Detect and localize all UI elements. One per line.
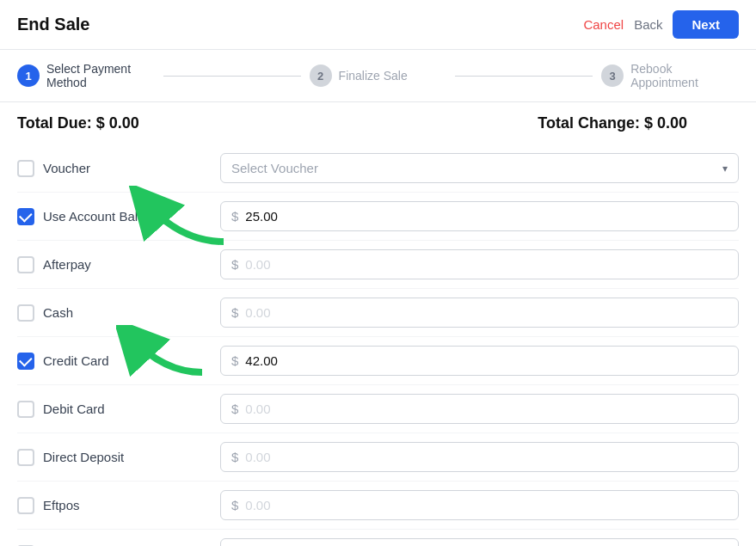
payment-label-credit-card: Credit Card: [17, 353, 206, 370]
next-button[interactable]: Next: [673, 10, 739, 39]
step-2: 2 Finalize Sale: [310, 64, 447, 87]
payment-row-loyalty-points: Loyalty Points $: [17, 530, 739, 546]
amount-input-account-balance[interactable]: [245, 209, 728, 224]
cancel-button[interactable]: Cancel: [583, 17, 624, 32]
amount-wrapper-eftpos: $: [220, 490, 739, 520]
checkbox-eftpos[interactable]: [17, 497, 34, 514]
dollar-icon-account-balance: $: [231, 209, 238, 224]
amount-wrapper-account-balance: $: [220, 201, 739, 231]
header: End Sale Cancel Back Next: [0, 0, 756, 50]
amount-wrapper-credit-card: $: [220, 346, 739, 376]
payment-row-debit-card: Debit Card $: [17, 385, 739, 433]
step-3-circle: 3: [601, 64, 624, 87]
amount-wrapper-debit-card: $: [220, 394, 739, 424]
amount-input-cash[interactable]: [245, 305, 728, 320]
step-3: 3 Rebook Appointment: [601, 62, 739, 89]
payment-list: Voucher Select Voucher ▾ Use Account Bal…: [0, 144, 756, 546]
payment-row-credit-card: Credit Card $: [17, 337, 739, 385]
step-2-circle: 2: [310, 64, 332, 87]
amount-wrapper-direct-deposit: $: [220, 442, 739, 472]
dollar-icon-cash: $: [231, 305, 238, 320]
payment-row-direct-deposit: Direct Deposit $: [17, 433, 739, 482]
payment-label-direct-deposit: Direct Deposit: [17, 449, 206, 466]
chevron-down-icon: ▾: [722, 163, 728, 175]
voucher-dropdown[interactable]: Select Voucher ▾: [220, 153, 739, 183]
amount-wrapper-afterpay: $: [220, 249, 739, 279]
amount-wrapper-cash: $: [220, 298, 739, 328]
step-connector-2: [455, 76, 593, 77]
header-actions: Cancel Back Next: [583, 10, 739, 39]
dollar-icon-direct-deposit: $: [231, 450, 238, 464]
totals-row: Total Due: $ 0.00 Total Change: $ 0.00: [0, 102, 756, 144]
payment-label-afterpay: Afterpay: [17, 256, 206, 273]
payment-row-eftpos: Eftpos $: [17, 482, 739, 530]
amount-input-credit-card[interactable]: [245, 353, 728, 368]
total-due: Total Due: $ 0.00: [17, 114, 139, 132]
back-button[interactable]: Back: [634, 17, 662, 32]
checkbox-account-balance[interactable]: [17, 208, 34, 225]
payment-label-eftpos: Eftpos: [17, 497, 206, 514]
payment-label-voucher: Voucher: [17, 160, 206, 177]
step-1-circle: 1: [17, 64, 40, 87]
page-title: End Sale: [17, 15, 89, 34]
amount-input-eftpos[interactable]: [245, 498, 728, 512]
step-1: 1 Select Payment Method: [17, 62, 155, 89]
step-3-label: Rebook Appointment: [630, 62, 739, 89]
checkbox-debit-card[interactable]: [17, 401, 34, 418]
checkbox-cash[interactable]: [17, 304, 34, 322]
dollar-icon-credit-card: $: [231, 353, 238, 368]
voucher-placeholder: Select Voucher: [231, 161, 318, 175]
payment-label-cash: Cash: [17, 304, 206, 322]
stepper: 1 Select Payment Method 2 Finalize Sale …: [0, 50, 756, 102]
payment-row-cash: Cash $: [17, 289, 739, 337]
payment-label-account-balance: Use Account Balance: [17, 208, 206, 225]
dollar-icon-debit-card: $: [231, 402, 238, 416]
checkbox-direct-deposit[interactable]: [17, 449, 34, 466]
checkbox-credit-card[interactable]: [17, 353, 34, 370]
dollar-icon-eftpos: $: [231, 498, 238, 512]
payment-row-afterpay: Afterpay $: [17, 241, 739, 289]
amount-input-debit-card[interactable]: [245, 402, 728, 416]
dollar-icon-afterpay: $: [231, 257, 238, 272]
payment-row-voucher: Voucher Select Voucher ▾: [17, 144, 739, 193]
checkbox-afterpay[interactable]: [17, 256, 34, 273]
payment-row-account-balance: Use Account Balance $: [17, 193, 739, 241]
step-1-label: Select Payment Method: [46, 62, 155, 89]
total-change: Total Change: $ 0.00: [538, 114, 687, 132]
step-connector-1: [163, 76, 301, 77]
amount-wrapper-loyalty-points: $: [220, 538, 739, 546]
payment-label-debit-card: Debit Card: [17, 401, 206, 418]
amount-input-afterpay[interactable]: [245, 257, 728, 272]
amount-input-direct-deposit[interactable]: [245, 450, 728, 464]
step-2-label: Finalize Sale: [339, 69, 408, 83]
checkbox-voucher[interactable]: [17, 160, 34, 177]
